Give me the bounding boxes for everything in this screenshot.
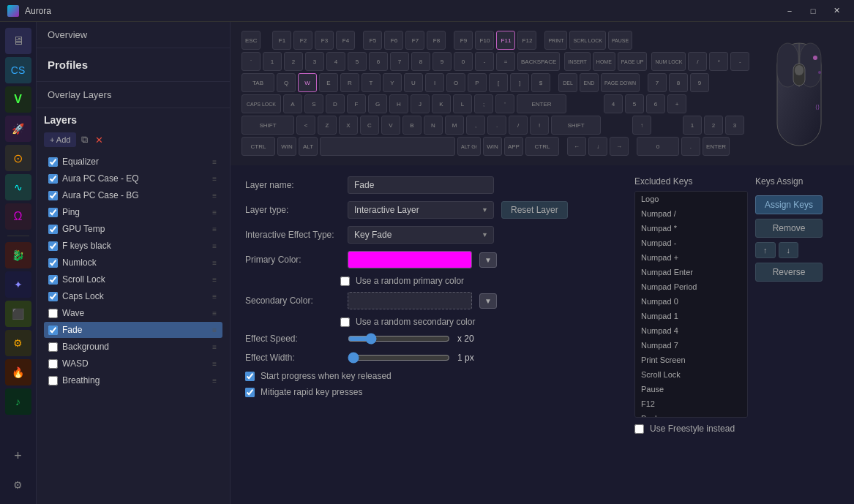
primary-color-preview[interactable] [348, 251, 472, 268]
excluded-key-item[interactable]: Numpad * [635, 221, 747, 236]
layer-checkbox[interactable] [48, 376, 58, 385]
excluded-key-item[interactable]: Numpad Enter [635, 265, 747, 279]
key-del[interactable]: DEL [558, 73, 577, 92]
excluded-key-item[interactable]: Numpad 1 [635, 309, 747, 323]
key-lbracket[interactable]: [ [489, 73, 508, 92]
up-button[interactable]: ↑ [755, 242, 776, 258]
key-lalt[interactable]: ALT [299, 137, 318, 156]
key-period[interactable]: . [487, 116, 506, 135]
layer-item[interactable]: Wave ≡ [44, 305, 222, 321]
key-rctrl[interactable]: CTRL [525, 137, 559, 156]
key-x[interactable]: X [339, 116, 358, 135]
sidebar-item-flare[interactable]: ✦ [5, 271, 31, 298]
sidebar-item-omega[interactable]: Ω [5, 203, 31, 230]
random-secondary-checkbox[interactable] [340, 317, 350, 327]
key-scrllock[interactable]: SCRL LOCK [569, 31, 605, 50]
key-f5[interactable]: F5 [363, 31, 382, 50]
key-g[interactable]: G [368, 94, 387, 113]
layer-checkbox[interactable] [48, 258, 58, 268]
excluded-key-item[interactable]: Numpad 4 [635, 323, 747, 338]
key-e[interactable]: E [319, 73, 338, 92]
excluded-key-item[interactable]: Numpad 7 [635, 338, 747, 353]
key-b[interactable]: B [402, 116, 422, 135]
effect-type-select[interactable]: Key Fade Key Wave Key Breathe [348, 226, 494, 244]
mitigate-checkbox[interactable] [245, 388, 255, 397]
copy-layer-button[interactable]: ⧉ [79, 132, 90, 148]
sidebar-profiles[interactable]: Profiles [37, 48, 230, 82]
key-d[interactable]: D [326, 94, 345, 113]
key-tab[interactable]: TAB [241, 73, 274, 92]
layer-checkbox[interactable] [48, 174, 58, 184]
key-numplus[interactable]: + [667, 94, 686, 113]
sidebar-overview[interactable]: Overview [37, 22, 230, 48]
reverse-button[interactable]: Reverse [755, 263, 823, 282]
key-pause[interactable]: PAUSE [608, 31, 632, 50]
key-num9[interactable]: 9 [690, 73, 709, 92]
key-pagedown[interactable]: PAGE DOWN [601, 73, 640, 92]
key-f6[interactable]: F6 [384, 31, 403, 50]
sidebar-item-v[interactable]: V [5, 86, 31, 113]
layer-checkbox[interactable] [48, 241, 58, 251]
key-q[interactable]: Q [277, 73, 296, 92]
sidebar-item-spotify[interactable]: ♪ [5, 388, 31, 415]
layer-item[interactable]: Background ≡ [44, 339, 222, 355]
close-button[interactable]: ✕ [826, 4, 847, 18]
excluded-key-item[interactable]: Numpad - [635, 236, 747, 250]
sidebar-item-cs[interactable]: CS [5, 57, 31, 83]
secondary-color-preview[interactable] [348, 292, 472, 309]
key-l[interactable]: L [453, 94, 472, 113]
key-f3[interactable]: F3 [315, 31, 334, 50]
key-lshift[interactable]: SHIFT [241, 116, 294, 135]
minimize-button[interactable]: − [779, 4, 800, 18]
key-s[interactable]: S [304, 94, 323, 113]
sidebar-item-add[interactable]: + [5, 443, 31, 469]
key-9[interactable]: 9 [432, 52, 452, 71]
layer-item[interactable]: Caps Lock ≡ [44, 288, 222, 304]
key-num3[interactable]: 3 [725, 116, 744, 135]
key-c[interactable]: C [360, 116, 379, 135]
key-v[interactable]: V [381, 116, 400, 135]
key-capslock[interactable]: CAPS LOCK [241, 94, 281, 113]
sidebar-overlay[interactable]: Overlay Layers [37, 82, 230, 108]
layer-checkbox[interactable] [48, 292, 58, 301]
key-h[interactable]: H [389, 94, 408, 113]
layer-checkbox[interactable] [48, 275, 58, 285]
layer-checkbox[interactable] [48, 309, 58, 318]
key-m[interactable]: M [445, 116, 464, 135]
excluded-key-item[interactable]: Pause [635, 382, 747, 396]
key-numenter[interactable]: ENTER [703, 137, 730, 156]
delete-layer-button[interactable]: ✕ [93, 132, 105, 148]
key-f8[interactable]: F8 [427, 31, 446, 50]
key-1[interactable]: 1 [263, 52, 282, 71]
key-8[interactable]: 8 [411, 52, 430, 71]
layer-item[interactable]: Scroll Lock ≡ [44, 271, 222, 287]
key-lwin[interactable]: WIN [277, 137, 296, 156]
excluded-key-item[interactable]: Backspace [635, 411, 747, 418]
excluded-key-item[interactable]: Logo [635, 192, 747, 206]
key-i[interactable]: I [425, 73, 444, 92]
key-lctrl[interactable]: CTRL [241, 137, 275, 156]
random-primary-checkbox[interactable] [340, 277, 350, 286]
key-dollar[interactable]: $ [531, 73, 550, 92]
key-numminus[interactable]: - [730, 52, 749, 71]
key-t[interactable]: T [362, 73, 381, 92]
key-esc[interactable]: ESC [241, 31, 261, 50]
layer-item[interactable]: WASD ≡ [44, 356, 222, 372]
remove-button[interactable]: Remove [755, 219, 823, 238]
key-num4[interactable]: 4 [604, 94, 623, 113]
key-num5[interactable]: 5 [625, 94, 644, 113]
key-downarrow[interactable]: ↓ [588, 137, 607, 156]
sidebar-item-settings[interactable]: ⚙ [5, 472, 31, 498]
sidebar-item-minecraft[interactable]: ⬛ [5, 301, 31, 327]
key-num1[interactable]: 1 [683, 116, 702, 135]
key-numslash[interactable]: / [688, 52, 707, 71]
key-enter[interactable]: ENTER [517, 94, 566, 113]
primary-color-dropdown[interactable]: ▼ [479, 252, 497, 268]
key-num7[interactable]: 7 [648, 73, 667, 92]
key-rwin[interactable]: WIN [483, 137, 502, 156]
key-app[interactable]: APP [504, 137, 523, 156]
key-3[interactable]: 3 [305, 52, 324, 71]
layer-item[interactable]: Fade ≡ [44, 322, 222, 338]
key-rightarrow[interactable]: → [610, 137, 629, 156]
key-end[interactable]: END [580, 73, 599, 92]
